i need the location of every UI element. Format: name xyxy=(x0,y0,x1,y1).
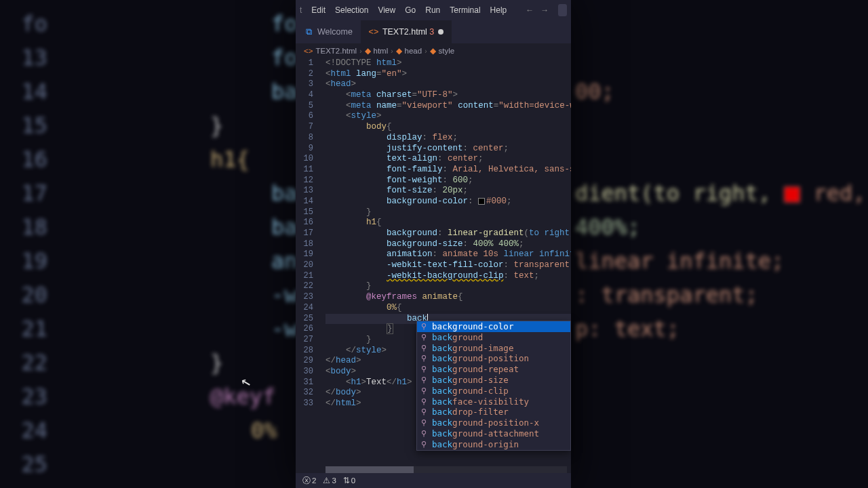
property-icon: ⚲ xyxy=(421,332,428,343)
property-icon: ⚲ xyxy=(421,407,428,418)
property-icon: ⚲ xyxy=(421,439,428,450)
line-number: 27 xyxy=(296,335,313,346)
intellisense-popup[interactable]: ⚲background-color⚲background⚲background-… xyxy=(416,321,571,451)
warning-icon: ⚠ xyxy=(323,476,330,485)
html-file-icon: <> xyxy=(369,27,378,37)
autocomplete-item[interactable]: ⚲background-clip xyxy=(417,386,570,396)
property-icon: ⚲ xyxy=(421,418,428,428)
autocomplete-item[interactable]: ⚲background-color xyxy=(417,321,570,332)
menu-edit[interactable]: Edit xyxy=(311,5,326,15)
line-number: 22 xyxy=(296,281,313,292)
tab-text2-html[interactable]: <> TEXT2.html 3 xyxy=(361,20,452,43)
line-number: 3 xyxy=(296,79,313,90)
property-icon: ⚲ xyxy=(421,386,428,396)
line-number: 14 xyxy=(296,197,313,207)
line-number: 7 xyxy=(296,122,313,133)
status-warnings[interactable]: ⚠ 3 xyxy=(323,476,336,485)
property-icon: ⚲ xyxy=(421,375,428,386)
color-swatch-icon xyxy=(478,198,485,205)
line-number: 21 xyxy=(296,271,313,282)
line-number: 26 xyxy=(296,324,313,335)
command-center-search[interactable] xyxy=(558,4,567,16)
menu-view[interactable]: View xyxy=(378,5,395,15)
scrollbar-thumb[interactable] xyxy=(326,466,414,473)
menu-terminal[interactable]: Terminal xyxy=(450,5,480,15)
property-icon: ⚲ xyxy=(421,321,428,332)
line-number: 31 xyxy=(296,378,313,388)
property-icon: ⚲ xyxy=(421,428,428,439)
line-number: 29 xyxy=(296,356,313,367)
autocomplete-item[interactable]: ⚲background-position xyxy=(417,353,570,364)
autocomplete-item[interactable]: ⚲backdrop-filter xyxy=(417,407,570,418)
line-number: 30 xyxy=(296,367,313,378)
vscode-icon: ⧉ xyxy=(304,27,313,37)
autocomplete-item[interactable]: ⚲background-repeat xyxy=(417,364,570,375)
tab-label: Welcome xyxy=(317,27,353,37)
property-icon: ⚲ xyxy=(421,396,428,407)
property-icon: ⚲ xyxy=(421,343,428,354)
nav-back-icon[interactable]: ← xyxy=(526,5,534,15)
line-number: 25 xyxy=(296,314,313,325)
line-number: 17 xyxy=(296,228,313,239)
line-number: 9 xyxy=(296,144,313,155)
autocomplete-item[interactable]: ⚲background-size xyxy=(417,375,570,386)
line-number: 11 xyxy=(296,165,313,176)
autocomplete-item[interactable]: ⚲background-attachment xyxy=(417,428,570,439)
line-number: 28 xyxy=(296,346,313,357)
line-number: 1 xyxy=(296,58,313,69)
mouse-pointer-icon: ↖ xyxy=(238,371,252,392)
line-number: 15 xyxy=(296,207,313,218)
dirty-indicator-icon xyxy=(438,29,443,35)
line-number: 18 xyxy=(296,239,313,250)
line-number: 19 xyxy=(296,249,313,260)
horizontal-scrollbar[interactable] xyxy=(326,466,567,473)
status-errors[interactable]: ⓧ 2 xyxy=(302,476,316,486)
autocomplete-item[interactable]: ⚲background-image xyxy=(417,343,570,354)
line-number: 13 xyxy=(296,186,313,197)
menu-go[interactable]: Go xyxy=(405,5,416,15)
autocomplete-item[interactable]: ⚲background xyxy=(417,332,570,343)
status-bar: ⓧ 2 ⚠ 3 ⇅ 0 xyxy=(296,473,571,488)
tab-label: TEXT2.html 3 xyxy=(382,27,434,37)
line-number: 20 xyxy=(296,260,313,271)
menu-run[interactable]: Run xyxy=(425,5,440,15)
autocomplete-item[interactable]: ⚲background-position-x xyxy=(417,418,570,428)
line-number: 12 xyxy=(296,176,313,186)
line-number: 6 xyxy=(296,111,313,122)
line-number: 2 xyxy=(296,69,313,80)
menu-help[interactable]: Help xyxy=(490,5,507,15)
line-number: 32 xyxy=(296,388,313,399)
line-number: 33 xyxy=(296,399,313,409)
line-number: 8 xyxy=(296,133,313,144)
error-icon: ⓧ xyxy=(302,476,311,486)
line-number: 5 xyxy=(296,101,313,112)
ports-icon: ⇅ xyxy=(343,476,350,485)
nav-forward-icon[interactable]: → xyxy=(540,5,549,15)
line-number-gutter: 1234567891011121314151617181920212223242… xyxy=(296,58,319,409)
autocomplete-item[interactable]: ⚲background-origin xyxy=(417,439,570,450)
menubar: t Edit Selection View Go Run Terminal He… xyxy=(296,0,571,20)
property-icon: ⚲ xyxy=(421,353,428,364)
line-number: 24 xyxy=(296,303,313,314)
tab-welcome[interactable]: ⧉ Welcome xyxy=(296,20,361,43)
breadcrumb[interactable]: <> TEXT2.html› ◆html› ◆head› ◆style xyxy=(296,43,571,58)
menu-selection[interactable]: Selection xyxy=(335,5,368,15)
line-number: 4 xyxy=(296,90,313,101)
status-ports[interactable]: ⇅ 0 xyxy=(343,476,355,485)
property-icon: ⚲ xyxy=(421,364,428,375)
editor-tabs: ⧉ Welcome <> TEXT2.html 3 xyxy=(296,20,571,43)
autocomplete-item[interactable]: ⚲backface-visibility xyxy=(417,396,570,407)
line-number: 23 xyxy=(296,292,313,303)
line-number: 16 xyxy=(296,218,313,228)
line-number: 10 xyxy=(296,154,313,165)
